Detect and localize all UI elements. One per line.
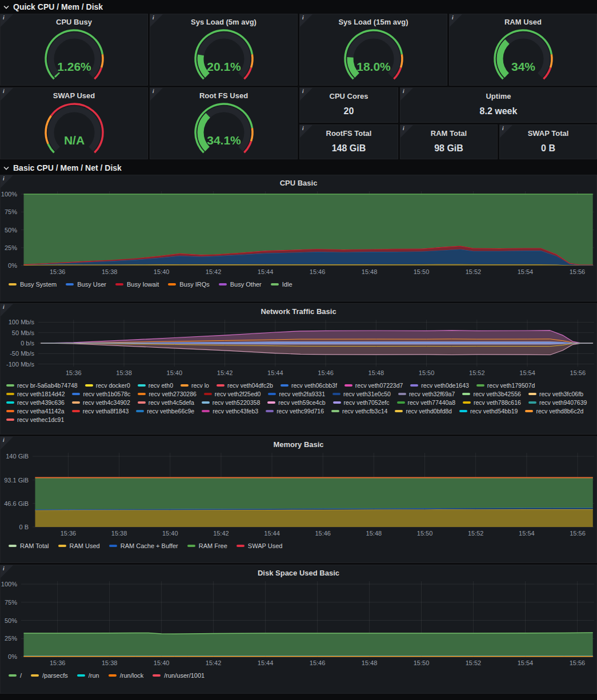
legend-item[interactable]: recv vethbe66c9e <box>136 408 194 415</box>
legend-item[interactable]: recv veth2fa9331 <box>268 391 325 397</box>
legend-item[interactable]: Busy Iowait <box>115 281 159 288</box>
panel-title[interactable]: Disk Space Used Basic <box>1 565 596 578</box>
x-axis-label: 15:56 <box>570 268 586 275</box>
legend-item[interactable]: recv vethd54bb19 <box>459 408 518 415</box>
panel-title[interactable]: SWAP Total <box>500 125 596 138</box>
legend-item[interactable]: Busy IRQs <box>168 281 210 288</box>
section-header-basic[interactable]: Basic CPU / Mem / Net / Disk <box>0 161 597 175</box>
legend-item[interactable]: Busy User <box>66 281 106 288</box>
panel-title[interactable]: SWAP Used <box>1 88 147 100</box>
legend-item[interactable]: RAM Free <box>187 542 227 549</box>
legend-item[interactable]: recv veth179507d <box>476 382 535 389</box>
memory-basic-chart[interactable]: 0 B46.6 GiB93.1 GiB140 GiB15:3615:3815:4… <box>1 449 596 542</box>
network-traffic-chart[interactable]: -100 Mb/s-50 Mb/s0 b/s50 Mb/s100 Mb/s15:… <box>1 316 596 381</box>
gauge-svg: 18.0% <box>331 27 416 85</box>
panel-info-icon[interactable]: i <box>500 125 512 138</box>
cpu-basic-chart[interactable]: 0%25%50%75%100%15:3615:3815:4015:4215:44… <box>1 188 596 280</box>
legend-item[interactable]: recv vethd8b6c2d <box>525 408 583 415</box>
legend-item[interactable]: Idle <box>271 281 293 288</box>
legend-item[interactable]: RAM Total <box>9 542 49 549</box>
legend-item[interactable]: recv veth2f25ed0 <box>204 391 261 397</box>
panel-title[interactable]: Root FS Used <box>150 88 297 100</box>
legend-item[interactable]: recv docker0 <box>85 382 130 389</box>
panel-title[interactable]: RootFS Total <box>300 125 398 138</box>
panel-info-icon[interactable]: i <box>150 88 163 100</box>
legend-item[interactable]: recv veth1b0578c <box>72 391 130 397</box>
legend-item[interactable]: recv veth0de1643 <box>410 382 468 389</box>
legend-item[interactable]: /run/lock <box>109 672 144 679</box>
legend-item[interactable]: RAM Used <box>58 542 100 549</box>
legend-item[interactable]: recv veth5220358 <box>202 399 260 406</box>
legend-item[interactable]: recv vethec1dc91 <box>6 416 64 423</box>
legend-item[interactable]: recv veth32f69a7 <box>398 391 455 397</box>
legend-label: recv veth06cbb3f <box>291 382 337 389</box>
panel-title[interactable]: RAM Used <box>450 14 596 27</box>
legend-item[interactable]: SWAP Used <box>237 542 283 549</box>
x-axis-label: 15:48 <box>366 530 382 537</box>
legend-swatch <box>281 384 289 387</box>
legend-item[interactable]: recv vetha8f1843 <box>72 408 129 415</box>
section-header-quick[interactable]: Quick CPU / Mem / Disk <box>0 0 597 14</box>
legend-item[interactable]: recv veth7052efc <box>333 399 390 406</box>
panel-info-icon[interactable]: i <box>300 14 312 27</box>
legend-item[interactable]: recv veth59ce4cb <box>267 399 325 406</box>
panel-info-icon[interactable]: i <box>1 14 13 27</box>
legend-item[interactable]: recv veth77440a8 <box>397 399 455 406</box>
disk-space-chart[interactable]: 0%25%50%75%100%15:3615:3815:4015:4215:44… <box>1 578 596 671</box>
legend-item[interactable]: Busy Other <box>219 281 262 288</box>
panel-info-icon[interactable]: i <box>1 88 13 100</box>
legend-item[interactable]: recv vethcfb3c14 <box>331 408 387 415</box>
legend-item[interactable]: recv veth06cbb3f <box>281 382 337 389</box>
panel-info-icon[interactable]: i <box>400 88 413 100</box>
legend-label: recv veth439c636 <box>17 399 65 406</box>
panel-info-icon[interactable]: i <box>1 304 13 316</box>
legend-item[interactable]: /run/user/1001 <box>153 672 205 679</box>
panel-info-icon[interactable]: i <box>1 437 13 449</box>
legend-item[interactable]: recv eth0 <box>138 382 173 389</box>
legend-item[interactable]: recv veth31e0c50 <box>332 391 391 397</box>
legend-item[interactable]: RAM Cache + Buffer <box>109 542 178 549</box>
panel-title[interactable]: CPU Busy <box>1 14 147 27</box>
panel-title[interactable]: Memory Basic <box>1 437 596 449</box>
legend-item[interactable]: recv veth3b42556 <box>462 391 520 397</box>
legend-item[interactable]: recv veth439c636 <box>6 399 65 406</box>
panel-title[interactable]: RAM Total <box>400 125 497 138</box>
panel-title[interactable]: CPU Cores <box>300 88 398 101</box>
legend-item[interactable]: recv veth07223d7 <box>344 382 403 389</box>
legend-item[interactable]: recv vetha41142a <box>6 408 65 415</box>
legend-item[interactable]: recv lo <box>181 382 209 389</box>
panel-title[interactable]: CPU Basic <box>1 175 596 188</box>
panel-info-icon[interactable]: i <box>400 125 413 138</box>
legend-swatch <box>528 401 536 404</box>
legend-item[interactable]: Busy System <box>9 281 57 288</box>
legend-item[interactable]: / <box>9 672 22 679</box>
legend-item[interactable]: recv veth1814d42 <box>6 391 65 397</box>
legend-item[interactable]: recv veth4c34902 <box>72 399 130 406</box>
legend-item[interactable]: recv veth2730286 <box>138 391 196 397</box>
legend-item[interactable]: recv vethc99d716 <box>266 408 324 415</box>
panel-title[interactable]: Network Traffic Basic <box>1 304 596 316</box>
panel-info-icon[interactable]: i <box>1 565 13 578</box>
legend-item[interactable]: recv veth04dfc2b <box>217 382 273 389</box>
panel-title[interactable]: Sys Load (15m avg) <box>300 14 447 27</box>
legend-item[interactable]: /parsecfs <box>31 672 68 679</box>
legend-item[interactable]: recv vethd0bfd8d <box>395 408 452 415</box>
panel-title[interactable]: Uptime <box>400 88 596 101</box>
legend-item[interactable]: /run <box>77 672 99 679</box>
legend-label: Busy Iowait <box>127 281 159 288</box>
panel-info-icon[interactable]: i <box>450 14 462 27</box>
legend-swatch <box>395 410 403 412</box>
panel-info-icon[interactable]: i <box>300 125 312 138</box>
panel-info-icon[interactable]: i <box>300 88 312 100</box>
panel-title[interactable]: Sys Load (5m avg) <box>150 14 297 27</box>
panel-info-icon[interactable]: i <box>150 14 163 27</box>
stat-value: 20 <box>300 106 398 116</box>
legend-item[interactable]: recv br-5a6ab4b74748 <box>6 382 78 389</box>
panel-info-icon[interactable]: i <box>1 175 13 188</box>
panel-disk-space-used-basic: i Disk Space Used Basic 0%25%50%75%100%1… <box>0 565 597 694</box>
legend-item[interactable]: recv veth788c616 <box>463 399 521 406</box>
legend-item[interactable]: recv veth3fc06fb <box>528 391 583 397</box>
legend-item[interactable]: recv veth9407639 <box>528 399 587 406</box>
legend-item[interactable]: recv vethc43feb3 <box>202 408 258 415</box>
legend-item[interactable]: recv veth4c5defa <box>138 399 194 406</box>
